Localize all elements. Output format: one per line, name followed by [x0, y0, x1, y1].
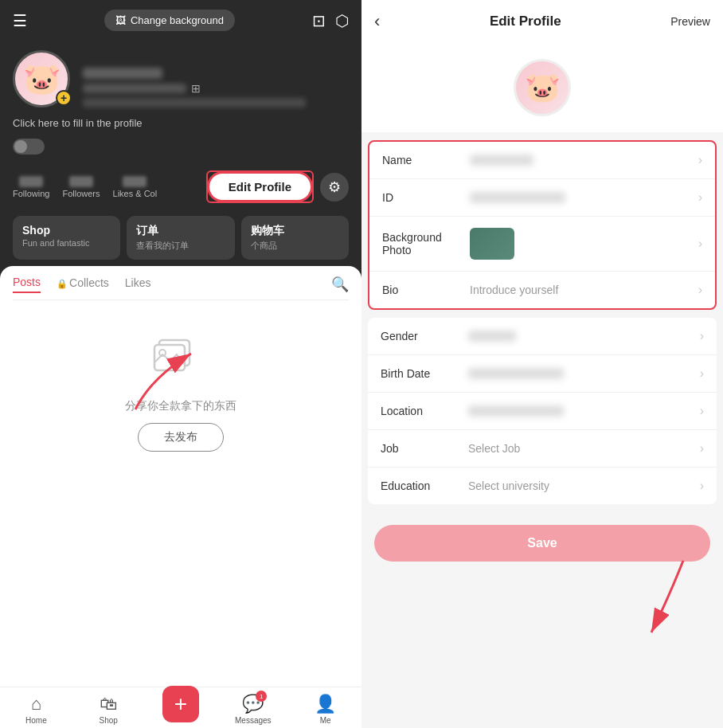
nav-me-label: Me [320, 716, 331, 725]
right-avatar[interactable]: 🐷 [514, 59, 571, 116]
nav-messages[interactable]: 💬 1 Messages [217, 694, 289, 725]
nav-add[interactable]: + [145, 694, 217, 725]
edit-section: Edit Profile ⚙ [206, 170, 349, 203]
form-row-id[interactable]: ID › [369, 179, 715, 217]
shop-card[interactable]: Shop Fun and fantastic [13, 216, 120, 260]
username-area: ⊞ [83, 68, 306, 108]
stat-likes[interactable]: Likes & Col [113, 176, 158, 198]
shop-nav-icon: 🛍 [100, 694, 117, 714]
toggle-switch[interactable] [13, 139, 45, 155]
nav-messages-label: Messages [235, 716, 272, 725]
home-icon: ⌂ [31, 694, 41, 714]
nav-me[interactable]: 👤 Me [289, 694, 362, 725]
tab-posts[interactable]: Posts [13, 276, 41, 293]
me-icon: 👤 [315, 694, 336, 714]
change-background-button[interactable]: 🖼 Change background [104, 10, 235, 31]
form-row-bio[interactable]: Bio Introduce yourself › [369, 272, 715, 308]
nav-shop-label: Shop [100, 716, 118, 725]
id-chevron: › [698, 190, 702, 205]
likes-label: Likes & Col [113, 189, 158, 198]
right-avatar-section: 🐷 [362, 43, 723, 132]
search-icon[interactable]: 🔍 [331, 276, 349, 293]
bg-photo-label: BackgroundPhoto [382, 231, 470, 256]
id-label: ID [382, 191, 470, 204]
nav-home[interactable]: ⌂ Home [0, 694, 72, 725]
scan-icon[interactable]: ⊡ [312, 11, 326, 30]
form-row-name[interactable]: Name › [369, 142, 715, 179]
add-button[interactable]: + [162, 686, 199, 722]
education-chevron: › [700, 479, 704, 493]
education-placeholder: Select university [468, 479, 700, 492]
edit-profile-button[interactable]: Edit Profile [209, 174, 311, 200]
empty-posts-icon [153, 332, 209, 389]
location-chevron: › [700, 404, 704, 418]
nav-shop[interactable]: 🛍 Shop [72, 694, 145, 725]
empty-posts-text: 分享你全款拿下的东西 [125, 399, 236, 413]
shop-card-sub: Fun and fantastic [22, 238, 111, 248]
profile-form: Name › ID › BackgroundPhoto › [362, 132, 723, 728]
publish-button[interactable]: 去发布 [138, 423, 224, 452]
cart-card[interactable]: 购物车 个商品 [241, 216, 349, 260]
job-placeholder: Select Job [468, 442, 700, 455]
gender-chevron: › [700, 329, 704, 343]
job-chevron: › [700, 441, 704, 456]
orders-card-title: 订单 [136, 224, 225, 238]
nav-home-label: Home [25, 716, 47, 725]
name-blur [470, 155, 533, 166]
back-button[interactable]: ‹ [374, 11, 380, 32]
job-label: Job [381, 442, 468, 455]
image-icon: 🖼 [115, 14, 126, 26]
copy-icon[interactable]: ⊞ [191, 82, 201, 95]
form-row-bg-photo[interactable]: BackgroundPhoto › [369, 217, 715, 272]
settings-button[interactable]: ⚙ [320, 173, 349, 202]
location-blur [468, 405, 564, 417]
gender-blur [468, 331, 516, 342]
right-avatar-emoji: 🐷 [525, 71, 561, 104]
stat-followers[interactable]: Followers [62, 176, 100, 198]
tabs-row: Posts 🔒Collects Likes 🔍 [13, 276, 349, 300]
form-row-birthdate[interactable]: Birth Date › [368, 355, 717, 393]
avatar-add-button[interactable]: + [56, 90, 72, 106]
share-icon[interactable]: ⬡ [335, 11, 349, 30]
bio-placeholder: Introduce yourself [470, 284, 698, 296]
avatar-emoji: 🐷 [23, 61, 61, 96]
messages-badge: 1 [256, 691, 267, 702]
id-blur [470, 192, 565, 203]
action-cards: Shop Fun and fantastic 订单 查看我的订单 购物车 个商品 [0, 209, 362, 266]
shop-card-title: Shop [22, 224, 111, 237]
name-label: Name [382, 154, 470, 166]
preview-button[interactable]: Preview [670, 15, 710, 28]
form-row-education[interactable]: Education Select university › [368, 468, 717, 504]
bg-photo-chevron: › [698, 237, 702, 251]
orders-card[interactable]: 订单 查看我的订单 [127, 216, 234, 260]
bg-photo-value [470, 228, 698, 260]
edit-profile-title: Edit Profile [490, 14, 561, 29]
save-section: Save [362, 512, 723, 574]
gender-value [468, 331, 700, 342]
following-count [19, 176, 43, 187]
followers-count [69, 176, 93, 187]
gender-label: Gender [381, 330, 468, 342]
likes-count [123, 176, 147, 187]
bio-label: Bio [382, 284, 470, 296]
highlighted-form-section: Name › ID › BackgroundPhoto › [368, 140, 717, 310]
stat-following[interactable]: Following [13, 176, 49, 198]
left-panel: ☰ 🖼 Change background ⊡ ⬡ 🐷 + ⊞ [0, 0, 362, 728]
form-row-job[interactable]: Job Select Job › [368, 430, 717, 468]
following-label: Following [13, 189, 49, 198]
bg-photo-preview [470, 228, 514, 260]
fill-profile-text: Click here to fill in the profile [13, 117, 349, 129]
header-icons: ⊡ ⬡ [312, 11, 349, 30]
toggle-row [13, 139, 349, 155]
right-panel: ‹ Edit Profile Preview 🐷 Name › ID [362, 0, 723, 728]
tab-collects[interactable]: 🔒Collects [57, 276, 109, 292]
orders-card-sub: 查看我的订单 [136, 240, 225, 252]
birthdate-blur [468, 368, 564, 379]
tab-likes[interactable]: Likes [125, 276, 151, 292]
save-button[interactable]: Save [374, 525, 710, 562]
form-row-gender[interactable]: Gender › [368, 318, 717, 355]
hamburger-icon[interactable]: ☰ [13, 11, 27, 30]
followers-label: Followers [62, 189, 100, 198]
form-row-location[interactable]: Location › [368, 393, 717, 430]
cart-card-title: 购物车 [251, 224, 339, 238]
